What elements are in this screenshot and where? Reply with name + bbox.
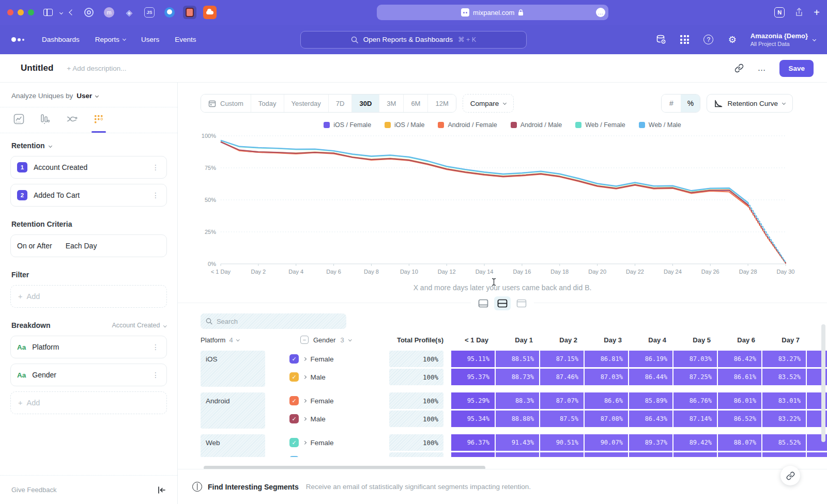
retention-step-2[interactable]: 2 Added To Cart ⋮ — [10, 184, 167, 207]
legend-item[interactable]: iOS / Female — [324, 121, 371, 129]
retention-section-header[interactable]: Retention — [10, 133, 167, 156]
legend-item[interactable]: Web / Female — [575, 121, 625, 129]
retention-step-1[interactable]: 1 Account Created ⋮ — [10, 156, 167, 179]
legend-item[interactable]: Android / Female — [438, 121, 497, 129]
legend-item[interactable]: iOS / Male — [385, 121, 424, 129]
retention-chart[interactable]: 0%25%50%75%100%< 1 DayDay 2Day 4Day 6Day… — [201, 131, 810, 278]
cloud-extension-icon[interactable] — [203, 6, 217, 19]
give-feedback-link[interactable]: Give Feedback — [11, 486, 56, 494]
global-search-button[interactable]: Open Reports & Dashboards ⌘ + K — [300, 31, 527, 49]
series-checkbox[interactable]: ✓ — [289, 354, 299, 364]
legend-item[interactable]: Android / Male — [511, 121, 562, 129]
tab-flows[interactable] — [66, 114, 78, 133]
vertical-scrollbar[interactable] — [821, 324, 825, 442]
series-checkbox[interactable]: ✓ — [289, 456, 299, 457]
range-6m[interactable]: 6M — [404, 94, 428, 112]
kebab-menu-icon[interactable]: ⋮ — [151, 191, 160, 199]
settings-gear-icon[interactable]: ⚙ — [727, 34, 738, 45]
day-column-header[interactable]: Day 6 — [718, 336, 761, 344]
range-custom[interactable]: Custom — [201, 94, 251, 112]
criteria-interval[interactable]: Each Day — [66, 242, 97, 250]
expand-row-icon[interactable] — [303, 375, 306, 379]
browser-bird-extension-icon[interactable] — [163, 6, 176, 19]
segments-title[interactable]: Find Interesting Segments — [208, 483, 299, 491]
day-column-header[interactable]: Day 4 — [629, 336, 672, 344]
browser-sidebar-icon[interactable] — [43, 9, 53, 16]
day-column-header[interactable]: < 1 Day — [451, 336, 495, 344]
kebab-menu-icon[interactable]: ⋮ — [151, 163, 160, 171]
tab-insights[interactable] — [13, 114, 24, 133]
expand-row-icon[interactable] — [303, 357, 306, 360]
expand-row-icon[interactable] — [303, 399, 306, 402]
criteria-operator[interactable]: On or After — [17, 242, 52, 250]
report-description-placeholder[interactable]: + Add description... — [67, 65, 126, 72]
avatar-extension-icon[interactable]: m — [102, 6, 116, 19]
day-column-header[interactable]: Day 3 — [585, 336, 628, 344]
range-yesterday[interactable]: Yesterday — [284, 94, 329, 112]
range-12m[interactable]: 12M — [428, 94, 455, 112]
collapse-sidebar-icon[interactable] — [158, 486, 166, 494]
nav-item-dashboards[interactable]: Dashboards — [42, 36, 80, 43]
day-column-header[interactable]: Day 7 — [762, 336, 806, 344]
apps-grid-icon[interactable] — [679, 34, 691, 45]
day-column-header[interactable]: Day 1 — [496, 336, 539, 344]
more-options-icon[interactable]: … — [757, 64, 766, 73]
layout-split-button[interactable] — [494, 296, 511, 310]
url-more-icon[interactable]: … — [596, 8, 605, 17]
chart-type-selector[interactable]: Retention Curve — [707, 94, 793, 113]
range-30d[interactable]: 30D — [352, 94, 379, 112]
nav-item-events[interactable]: Events — [175, 36, 196, 43]
layout-chart-only-button[interactable] — [475, 296, 492, 310]
legend-item[interactable]: Web / Male — [639, 121, 681, 129]
share-icon[interactable] — [795, 8, 803, 17]
series-checkbox[interactable]: ✓ — [289, 414, 299, 423]
day-column-header[interactable]: Day 5 — [673, 336, 717, 344]
report-title[interactable]: Untitled — [21, 63, 53, 73]
account-switcher[interactable]: Amazonia {Demo} All Project Data — [751, 32, 816, 47]
cube-extension-icon[interactable]: ◈ — [122, 6, 136, 19]
breakdown-platform[interactable]: Aa Platform ⋮ — [10, 336, 167, 358]
range-3m[interactable]: 3M — [379, 94, 404, 112]
total-profiles-column-header[interactable]: Total Profile(s) — [389, 336, 443, 344]
add-filter-button[interactable]: +Add — [10, 285, 167, 308]
breakdown-event-selector[interactable]: Account Created — [112, 322, 166, 329]
compare-button[interactable]: Compare — [463, 94, 514, 113]
platform-column-header[interactable]: Platform 4 — [201, 336, 265, 344]
nav-item-users[interactable]: Users — [141, 36, 159, 43]
retention-criteria-card[interactable]: On or After Each Day — [10, 234, 167, 257]
zoom-window-button[interactable] — [28, 9, 34, 15]
table-search[interactable] — [201, 313, 346, 329]
kebab-menu-icon[interactable]: ⋮ — [151, 343, 160, 351]
series-checkbox[interactable]: ✓ — [289, 372, 299, 382]
js-extension-icon[interactable]: JS — [143, 6, 156, 19]
close-window-button[interactable] — [7, 9, 13, 15]
percent-toggle-button[interactable]: % — [681, 94, 700, 112]
chevron-down-icon[interactable] — [59, 10, 63, 14]
tab-funnels[interactable] — [40, 114, 51, 133]
url-bar[interactable]: mixpanel.com … — [377, 5, 608, 20]
add-breakdown-button[interactable]: +Add — [10, 391, 167, 414]
target-extension-icon[interactable] — [82, 6, 96, 19]
layout-table-only-button[interactable] — [513, 296, 530, 310]
data-management-icon[interactable] — [655, 34, 667, 45]
save-button[interactable]: Save — [779, 60, 814, 77]
day-column-header[interactable]: Day 2 — [540, 336, 584, 344]
breakdown-gender[interactable]: Aa Gender ⋮ — [10, 364, 167, 386]
notion-extension-icon[interactable]: N — [774, 7, 785, 18]
count-toggle-button[interactable]: # — [662, 94, 681, 112]
kebab-menu-icon[interactable]: ⋮ — [151, 371, 160, 379]
expand-row-icon[interactable] — [303, 441, 306, 444]
help-icon[interactable]: ? — [703, 34, 714, 45]
nav-item-reports[interactable]: Reports — [95, 36, 126, 43]
series-checkbox[interactable]: ✓ — [289, 438, 299, 447]
mixpanel-logo[interactable] — [11, 37, 24, 42]
select-all-checkbox[interactable]: − — [300, 336, 309, 344]
expand-row-icon[interactable] — [303, 417, 306, 420]
tab-retention[interactable] — [93, 114, 104, 133]
minimize-window-button[interactable] — [18, 9, 24, 15]
copy-link-icon[interactable] — [734, 64, 744, 73]
back-icon[interactable] — [69, 9, 74, 15]
range-7d[interactable]: 7D — [329, 94, 353, 112]
red-app-extension-icon[interactable] — [183, 6, 196, 19]
share-link-fab[interactable] — [780, 466, 800, 485]
